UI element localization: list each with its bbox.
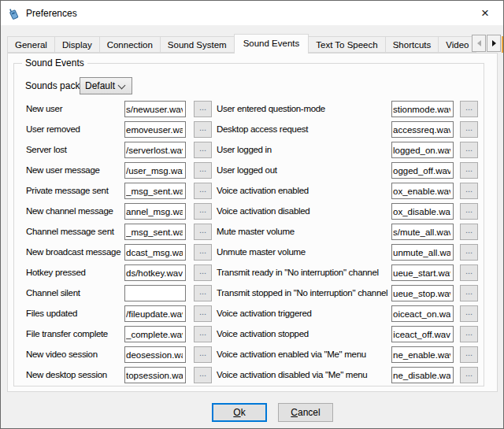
tab-scroll-left-button[interactable] [472, 35, 486, 52]
tab-scroll-right-button[interactable] [487, 35, 501, 52]
sound-file-input[interactable] [391, 183, 454, 199]
group-title: Sound Events [22, 57, 87, 68]
browse-button[interactable]: ... [460, 101, 478, 117]
sound-file-input[interactable] [391, 121, 454, 138]
sound-file-input[interactable] [124, 183, 186, 199]
browse-button[interactable]: ... [194, 244, 212, 261]
browse-button[interactable]: ... [460, 346, 478, 363]
sound-file-input[interactable] [124, 305, 186, 322]
title-bar: Preferences × [1, 1, 503, 25]
browse-button[interactable]: ... [194, 142, 212, 158]
browse-button[interactable]: ... [194, 183, 212, 199]
sound-file-input[interactable] [124, 346, 186, 363]
sound-event-row: Voice activation stopped... [217, 326, 480, 346]
sound-event-row: Transmit ready in "No interruption" chan… [217, 264, 480, 285]
sound-events-group: Sound Events Sounds pack Default New use… [13, 63, 484, 386]
browse-button[interactable]: ... [194, 224, 212, 240]
sound-file-input[interactable] [124, 367, 186, 383]
sounds-pack-select[interactable]: Default [80, 77, 132, 94]
sound-event-row: Voice activation enabled... [217, 183, 480, 203]
sound-event-row: Hotkey pressed... [26, 264, 215, 285]
sound-event-row: Voice activation triggered... [217, 305, 480, 326]
sound-event-label: New video session [26, 349, 98, 359]
browse-button[interactable]: ... [194, 264, 212, 281]
sound-file-input[interactable] [124, 162, 186, 179]
sound-file-input[interactable] [391, 305, 454, 322]
browse-button[interactable]: ... [460, 285, 478, 301]
sound-event-row: User logged out... [217, 162, 480, 183]
browse-button[interactable]: ... [194, 203, 212, 220]
sound-file-input[interactable] [391, 346, 454, 363]
sound-file-input[interactable] [391, 162, 454, 179]
sound-event-row: Private message sent... [26, 183, 215, 203]
sound-file-input[interactable] [124, 224, 186, 240]
sound-events-left-column: New user...User removed...Server lost...… [26, 101, 215, 387]
preferences-window: Preferences × GeneralDisplayConnectionSo… [0, 0, 504, 429]
sound-event-label: Files updated [26, 309, 77, 318]
sound-event-label: Voice activation enabled via "Me" menu [217, 349, 366, 359]
sound-event-label: User removed [26, 124, 80, 134]
sound-event-label: Voice activation stopped [217, 329, 309, 338]
sound-file-input[interactable] [124, 244, 186, 261]
browse-button[interactable]: ... [460, 121, 478, 138]
sound-event-label: New broadcast message [26, 247, 120, 257]
sound-file-input[interactable] [391, 367, 454, 383]
sound-event-row: Desktop access request... [217, 121, 480, 142]
browse-button[interactable]: ... [194, 326, 212, 342]
sound-file-input[interactable] [124, 326, 186, 342]
browse-button[interactable]: ... [460, 367, 478, 383]
browse-button[interactable]: ... [460, 142, 478, 158]
sound-event-label: Unmute master volume [217, 247, 306, 257]
sound-event-row: Mute master volume... [217, 224, 480, 244]
browse-button[interactable]: ... [460, 264, 478, 281]
tab-sound-system[interactable]: Sound System [160, 36, 235, 53]
sound-file-input[interactable] [391, 142, 454, 158]
browse-button[interactable]: ... [460, 224, 478, 240]
browse-button[interactable]: ... [194, 367, 212, 383]
browse-button[interactable]: ... [194, 101, 212, 117]
browse-button[interactable]: ... [460, 244, 478, 261]
close-button[interactable]: × [467, 1, 503, 24]
browse-button[interactable]: ... [460, 183, 478, 199]
sound-event-label: User entered question-mode [217, 104, 325, 113]
cancel-button[interactable]: Cancel [278, 403, 333, 422]
tab-general[interactable]: General [7, 36, 55, 53]
tab-page-sound-events: Sound Events Sounds pack Default New use… [7, 53, 498, 392]
sound-file-input[interactable] [391, 203, 454, 220]
sound-file-input[interactable] [391, 244, 454, 261]
browse-button[interactable]: ... [194, 305, 212, 322]
browse-button[interactable]: ... [194, 285, 212, 301]
sound-file-input[interactable] [124, 101, 186, 117]
sound-event-label: Desktop access request [217, 124, 308, 134]
sound-event-label: Transmit stopped in "No interruption" ch… [217, 288, 387, 298]
sound-file-input[interactable] [124, 203, 186, 220]
sound-event-label: Server lost [26, 145, 67, 154]
sound-file-input[interactable] [124, 142, 186, 158]
sound-event-label: New user message [26, 165, 100, 175]
sound-event-label: New channel message [26, 206, 113, 216]
browse-button[interactable]: ... [460, 203, 478, 220]
tab-display[interactable]: Display [54, 36, 100, 53]
sound-file-input[interactable] [391, 224, 454, 240]
sound-file-input[interactable] [391, 285, 454, 301]
tab-sound-events[interactable]: Sound Events [234, 34, 309, 54]
browse-button[interactable]: ... [460, 326, 478, 342]
ok-button[interactable]: Ok [212, 403, 267, 422]
tab-text-to-speech[interactable]: Text To Speech [308, 36, 385, 53]
browse-button[interactable]: ... [194, 162, 212, 179]
browse-button[interactable]: ... [194, 121, 212, 138]
tab-bar: GeneralDisplayConnectionSound SystemSoun… [7, 35, 476, 53]
sound-event-row: New desktop session... [26, 367, 215, 387]
sound-file-input[interactable] [124, 264, 186, 281]
browse-button[interactable]: ... [194, 346, 212, 363]
sound-file-input[interactable] [391, 101, 454, 117]
sound-event-label: New desktop session [26, 370, 107, 379]
tab-shortcuts[interactable]: Shortcuts [385, 36, 439, 53]
sound-file-input[interactable] [124, 121, 186, 138]
sound-file-input[interactable] [124, 285, 186, 301]
browse-button[interactable]: ... [460, 305, 478, 322]
sound-file-input[interactable] [391, 326, 454, 342]
browse-button[interactable]: ... [460, 162, 478, 179]
tab-connection[interactable]: Connection [99, 36, 161, 53]
sound-file-input[interactable] [391, 264, 454, 281]
